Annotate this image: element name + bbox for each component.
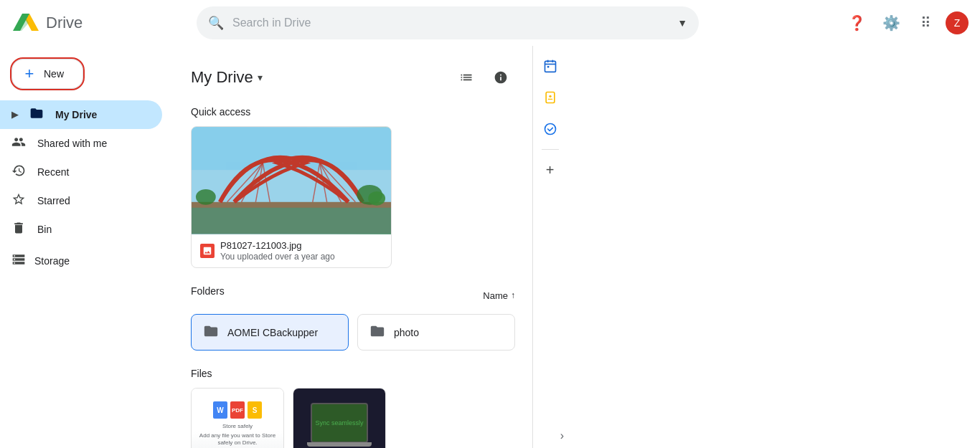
- file-type-icon: [200, 244, 215, 258]
- file-info: P81027-121003.jpg You uploaded over a ye…: [220, 240, 382, 262]
- right-panel-add-button[interactable]: +: [536, 156, 565, 184]
- my-drive-dropdown-icon[interactable]: ▾: [258, 72, 263, 83]
- main-content: My Drive ▾ Quick access: [174, 46, 532, 448]
- folder-icon: [203, 323, 219, 341]
- store-desc-text: Store safely: [222, 423, 253, 430]
- storage-label-text: Storage: [34, 255, 70, 267]
- app-title: Drive: [46, 14, 83, 32]
- shared-icon: [11, 135, 26, 153]
- app-header: Drive 🔍 ▼ ❓ ⚙️ ⠿ Z: [0, 0, 567, 46]
- search-bar[interactable]: 🔍 ▼: [197, 6, 567, 39]
- folders-grid: AOMEI CBackupper photo: [191, 314, 515, 351]
- info-button[interactable]: [486, 63, 515, 92]
- file-thumb-sync: Sync seamlessly: [293, 389, 385, 448]
- file-card-store[interactable]: W PDF S Store safely Add any file you wa…: [191, 388, 284, 448]
- sheets-icon: S: [248, 401, 262, 419]
- sidebar-nav: ▶ My Drive Shared with me Recent: [0, 100, 174, 244]
- files-title: Files: [191, 368, 515, 379]
- sidebar-item-shared[interactable]: Shared with me: [0, 129, 162, 158]
- recent-icon: [11, 163, 26, 181]
- sync-text: Sync seamlessly: [315, 419, 363, 426]
- center-area: My Drive ▾ Quick access: [174, 0, 532, 448]
- folder-card-aomei[interactable]: AOMEI CBackupper: [191, 314, 349, 351]
- quick-access-section: Quick access: [191, 106, 515, 268]
- laptop-screen: Sync seamlessly: [311, 403, 368, 443]
- drive-title: My Drive ▾: [191, 68, 263, 87]
- folder-name-aomei: AOMEI CBackupper: [227, 327, 318, 338]
- storage-icon: [11, 252, 26, 270]
- svg-point-27: [545, 124, 555, 135]
- drive-logo-icon: [11, 11, 40, 35]
- files-grid: W PDF S Store safely Add any file you wa…: [191, 388, 515, 448]
- svg-point-25: [549, 95, 551, 97]
- new-button-label: New: [44, 68, 64, 80]
- store-sub-text: Add any file you want to Store safely on…: [197, 432, 278, 447]
- sidebar: + New ▶ My Drive Shared with me: [0, 46, 174, 448]
- file-name: P81027-121003.jpg: [220, 240, 382, 251]
- keep-icon-btn[interactable]: [536, 83, 565, 112]
- folders-sort[interactable]: Name ↑: [483, 290, 515, 301]
- recent-label: Recent: [37, 166, 69, 178]
- svg-rect-26: [547, 99, 552, 100]
- storage-section: 126 MB of 15 GB used Buy storage: [0, 437, 174, 448]
- svg-rect-23: [547, 66, 549, 68]
- quick-access-title: Quick access: [191, 106, 515, 118]
- new-button[interactable]: + New: [11, 59, 83, 89]
- folders-header: Folders Name ↑: [191, 285, 515, 305]
- word-icon: W: [213, 401, 227, 419]
- file-meta: You uploaded over a year ago: [220, 252, 382, 262]
- sort-arrow-icon: ↑: [511, 290, 515, 300]
- sidebar-item-starred[interactable]: Starred: [0, 186, 162, 215]
- folders-title: Folders: [191, 285, 225, 297]
- bin-label: Bin: [37, 224, 52, 235]
- chevron-right-icon: ▶: [11, 110, 18, 120]
- starred-label: Starred: [37, 195, 70, 206]
- folder-card-photo[interactable]: photo: [357, 314, 515, 351]
- tasks-icon-btn[interactable]: [536, 115, 565, 143]
- right-panel-collapse[interactable]: ›: [533, 429, 567, 442]
- folder-name-photo: photo: [394, 327, 419, 338]
- sort-label: Name: [483, 290, 508, 301]
- drive-header-actions: [452, 63, 515, 92]
- svg-rect-19: [545, 61, 555, 72]
- right-panel: + ›: [532, 0, 567, 448]
- pdf-icon: PDF: [230, 401, 245, 419]
- laptop-wrapper: Sync seamlessly: [307, 403, 372, 447]
- file-card-sync[interactable]: Sync seamlessly: [293, 388, 386, 448]
- files-section: Files W PDF S Store safely Add any file …: [191, 368, 515, 448]
- drive-header: My Drive ▾: [191, 63, 515, 92]
- svg-rect-7: [192, 202, 391, 208]
- laptop-base: [307, 442, 372, 447]
- file-card-footer: P81027-121003.jpg You uploaded over a ye…: [192, 234, 391, 267]
- my-drive-label: My Drive: [55, 109, 97, 120]
- search-input[interactable]: [232, 16, 567, 29]
- file-thumbnail: [192, 127, 391, 234]
- quick-access-card[interactable]: P81027-121003.jpg You uploaded over a ye…: [191, 126, 392, 268]
- folder-icon-photo: [369, 323, 385, 341]
- calendar-icon-btn[interactable]: [536, 52, 565, 80]
- my-drive-icon: [29, 106, 44, 124]
- doc-icons-row: W PDF S: [213, 401, 262, 419]
- logo-area: Drive: [11, 11, 185, 35]
- bin-icon: [11, 221, 26, 239]
- starred-icon: [11, 192, 26, 210]
- shared-label: Shared with me: [37, 138, 107, 149]
- svg-point-18: [196, 189, 216, 205]
- file-thumb-store: W PDF S Store safely Add any file you wa…: [192, 389, 283, 448]
- list-view-button[interactable]: [452, 63, 481, 92]
- svg-point-17: [368, 191, 385, 206]
- my-drive-title-text: My Drive: [191, 68, 253, 87]
- svg-rect-6: [192, 206, 391, 234]
- storage-nav-item: Storage: [11, 252, 162, 270]
- sidebar-item-bin[interactable]: Bin: [0, 215, 162, 244]
- search-icon: 🔍: [208, 15, 224, 31]
- sidebar-item-my-drive[interactable]: ▶ My Drive: [0, 100, 162, 129]
- sidebar-item-recent[interactable]: Recent: [0, 158, 162, 186]
- right-panel-divider: [542, 149, 559, 150]
- plus-icon: +: [22, 67, 37, 81]
